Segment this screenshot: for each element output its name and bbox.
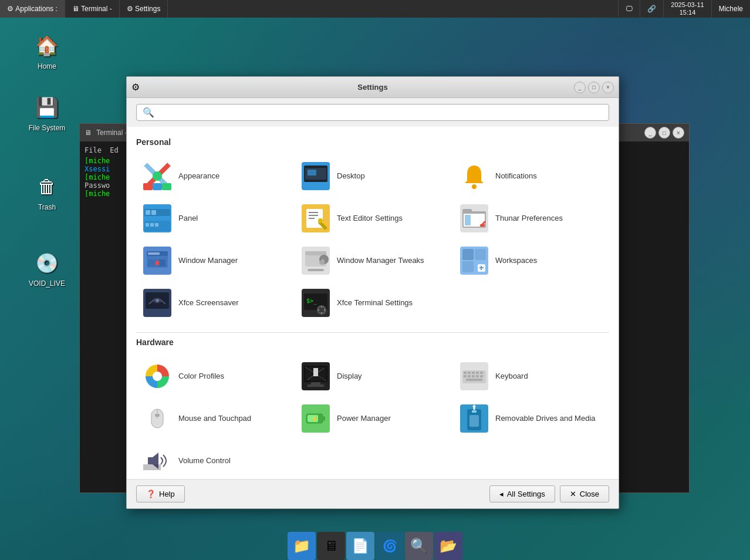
svg-rect-71 [313, 368, 318, 376]
desktop-icon-void[interactable]: 💿 VOID_LIVE [23, 247, 70, 290]
svg-rect-75 [468, 372, 471, 374]
appearance-icon [143, 162, 171, 190]
hardware-grid: Color Profiles [136, 356, 609, 479]
window-manager-item[interactable]: Window Manager [136, 241, 292, 281]
settings-task-icon: ⚙ [127, 5, 133, 13]
appearance-item[interactable]: Appearance [136, 156, 292, 196]
svg-rect-74 [464, 372, 467, 374]
keyboard-label: Keyboard [495, 372, 528, 382]
svg-point-59 [319, 307, 325, 313]
desktop-icon-filesystem[interactable]: 💾 File System [23, 91, 70, 134]
terminal-title-icon: 🖥 [85, 129, 92, 137]
desktop-item[interactable]: Desktop [295, 156, 451, 196]
terminal-settings-icon: $>_ [302, 289, 330, 317]
close-button[interactable]: × [602, 82, 614, 93]
window-controls: _ □ × [574, 82, 614, 93]
filesystem-label: File System [29, 124, 66, 132]
applications-menu[interactable]: ⚙ Applications : [0, 0, 65, 18]
home-icon: 🏠 [33, 32, 61, 60]
text-editor-item[interactable]: Text Editor Settings [295, 198, 451, 238]
dock-files[interactable]: 📁 [288, 532, 316, 560]
desktop-icon-home[interactable]: 🏠 Home [23, 29, 70, 73]
dock-search[interactable]: 🔍 [405, 532, 433, 560]
panel-item[interactable]: Panel [136, 198, 292, 238]
desktop-icon-trash[interactable]: 🗑 Trash [23, 170, 70, 214]
terminal-task[interactable]: 🖥 Terminal - [65, 0, 120, 18]
svg-rect-36 [148, 252, 160, 255]
settings-task[interactable]: ⚙ Settings [120, 0, 168, 18]
void-icon: 💿 [33, 249, 61, 277]
svg-point-54 [156, 299, 159, 302]
svg-rect-81 [472, 375, 475, 377]
wm-tweaks-item[interactable]: Window Manager Tweaks [295, 241, 451, 281]
screensaver-item[interactable]: Xfce Screensaver [136, 283, 292, 323]
maximize-button[interactable]: □ [588, 82, 600, 93]
panel-icon [143, 204, 171, 232]
svg-rect-41 [308, 269, 324, 271]
svg-point-12 [472, 185, 476, 188]
help-icon: ❓ [146, 490, 156, 498]
mouse-label: Mouse and Touchpad [178, 414, 251, 424]
minimize-button[interactable]: _ [574, 82, 586, 93]
svg-rect-90 [323, 416, 325, 421]
svg-rect-69 [311, 382, 320, 384]
dock-terminal[interactable]: 🖥 [317, 532, 345, 560]
help-button[interactable]: ❓ Help [136, 485, 185, 502]
terminal-settings-label: Xfce Terminal Settings [337, 298, 413, 308]
user-label[interactable]: Michele [711, 0, 750, 18]
personal-section-title: Personal [136, 137, 609, 149]
workspaces-icon [460, 247, 488, 275]
svg-rect-5 [162, 183, 171, 190]
notifications-item[interactable]: Notifications [453, 156, 609, 196]
svg-rect-16 [151, 210, 156, 215]
svg-rect-70 [308, 384, 324, 387]
window-manager-icon [143, 247, 171, 275]
thunar-item[interactable]: Thunar Preferences [453, 198, 609, 238]
display-item[interactable]: Display [295, 356, 451, 396]
datetime: 2025-03-11 15:14 [663, 0, 711, 18]
dock-folder[interactable]: 📂 [434, 532, 462, 560]
volume-item[interactable]: Volume Control [136, 441, 292, 479]
terminal-minimize[interactable]: _ [644, 127, 656, 139]
workspaces-item[interactable]: Workspaces [453, 241, 609, 281]
settings-footer: ❓ Help ◂ All Settings ✕ Close [127, 479, 619, 508]
svg-rect-80 [468, 375, 471, 377]
mouse-item[interactable]: Mouse and Touchpad [136, 399, 292, 438]
svg-rect-29 [462, 209, 472, 214]
color-profiles-item[interactable]: Color Profiles [136, 356, 292, 396]
svg-rect-45 [462, 261, 474, 272]
power-item[interactable]: ⚡ Power Manager [295, 399, 451, 438]
notifications-icon [460, 162, 488, 190]
screensaver-label: Xfce Screensaver [178, 298, 239, 308]
search-input[interactable] [158, 108, 603, 117]
close-settings-button[interactable]: ✕ Close [560, 485, 609, 502]
svg-rect-4 [153, 183, 162, 190]
display-switch[interactable]: 🖵 [618, 0, 640, 18]
settings-titlebar: ⚙ Settings _ □ × [127, 77, 619, 98]
keyboard-item[interactable]: Keyboard [453, 356, 609, 396]
taskbar-top: ⚙ Applications : 🖥 Terminal - ⚙ Settings… [0, 0, 750, 18]
dock-cursor[interactable]: 🌀 [376, 532, 404, 560]
svg-rect-32 [480, 224, 485, 227]
screensaver-icon [143, 289, 171, 317]
network-icon[interactable]: 🔗 [640, 0, 663, 18]
all-settings-button[interactable]: ◂ All Settings [489, 485, 555, 502]
wm-tweaks-icon [302, 247, 330, 275]
svg-rect-95 [472, 410, 477, 413]
svg-rect-53 [149, 311, 165, 313]
settings-title: Settings [357, 83, 387, 92]
terminal-settings-item[interactable]: $>_ Xfce Terminal Settings [295, 283, 451, 323]
removable-item[interactable]: Removable Drives and Media [453, 399, 609, 438]
terminal-close[interactable]: × [673, 127, 684, 139]
filesystem-icon: 💾 [33, 93, 61, 122]
dock-thunar[interactable]: 📄 [346, 532, 374, 560]
terminal-maximize[interactable]: □ [658, 127, 670, 139]
svg-rect-82 [476, 375, 479, 377]
svg-rect-76 [472, 372, 475, 374]
svg-rect-20 [155, 223, 158, 227]
svg-point-2 [153, 171, 162, 181]
svg-rect-77 [476, 372, 479, 374]
svg-rect-79 [464, 375, 467, 377]
terminal-task-label: Terminal - [81, 5, 112, 13]
panel-label: Panel [178, 214, 198, 224]
